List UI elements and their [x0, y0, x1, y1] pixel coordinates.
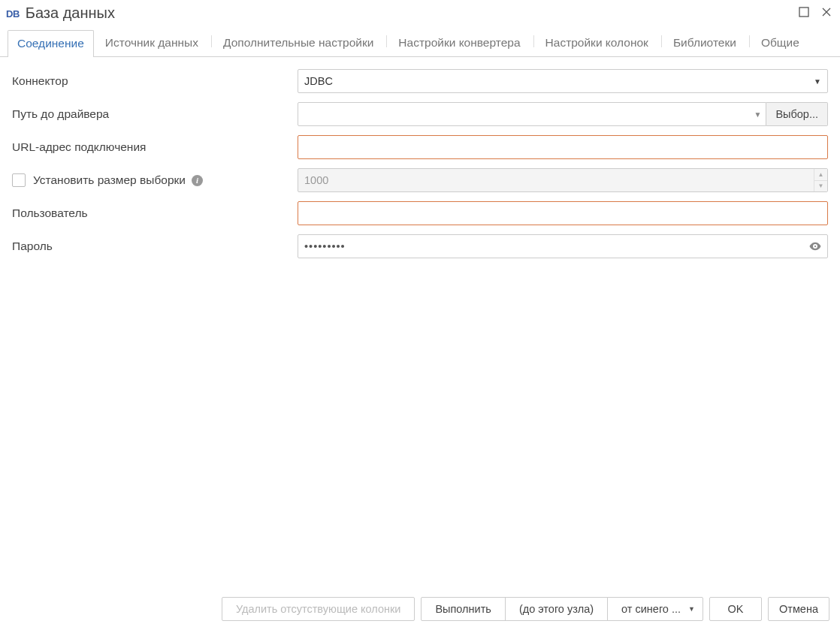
dialog-title: База данных: [26, 5, 115, 22]
label-password: Пароль: [12, 240, 298, 253]
label-connection-url: URL-адрес подключения: [12, 140, 298, 154]
tab-converter[interactable]: Настройки конвертера: [388, 29, 530, 56]
connection-url-input[interactable]: [298, 135, 828, 159]
tab-libraries[interactable]: Библиотеки: [663, 29, 746, 56]
tab-general[interactable]: Общие: [751, 29, 809, 56]
row-user: Пользователь: [12, 201, 828, 225]
execute-button-group: Выполнить (до этого узла) от синего ... …: [421, 597, 703, 621]
tab-separator: [211, 35, 212, 47]
execute-from-blue-button[interactable]: от синего ... ▼: [607, 597, 703, 621]
user-input[interactable]: [298, 201, 828, 225]
fetch-size-checkbox[interactable]: [12, 173, 26, 187]
row-driver-path: Путь до драйвера ▼ Выбор...: [12, 102, 828, 126]
tab-separator: [386, 35, 387, 47]
db-icon: DB: [6, 8, 20, 20]
row-fetch-size: Установить размер выборки i ▲ ▼: [12, 168, 828, 192]
cancel-button[interactable]: Отмена: [768, 597, 829, 621]
tab-separator: [661, 35, 662, 47]
maximize-icon[interactable]: [798, 6, 810, 18]
tab-advanced[interactable]: Дополнительные настройки: [213, 29, 383, 56]
tab-bar: Соединение Источник данных Дополнительны…: [0, 29, 840, 57]
execute-button[interactable]: Выполнить: [421, 597, 505, 621]
driver-path-input[interactable]: ▼: [298, 102, 766, 126]
tab-data-source[interactable]: Источник данных: [95, 29, 208, 56]
ok-button[interactable]: OK: [709, 597, 762, 621]
label-user: Пользователь: [12, 206, 298, 220]
spinner-up-icon[interactable]: ▲: [814, 169, 827, 181]
browse-button[interactable]: Выбор...: [766, 102, 828, 126]
close-icon[interactable]: [820, 6, 832, 18]
row-connection-url: URL-адрес подключения: [12, 135, 828, 159]
eye-icon[interactable]: [808, 240, 822, 253]
fetch-size-input: [298, 168, 828, 192]
label-fetch-size: Установить размер выборки: [33, 173, 186, 187]
spinner-buttons: ▲ ▼: [814, 169, 827, 191]
caret-down-icon: ▼: [688, 605, 695, 613]
connector-select-value: JDBC: [304, 75, 333, 87]
label-connector: Коннектор: [12, 74, 298, 88]
row-connector: Коннектор JDBC ▼: [12, 69, 828, 93]
password-input[interactable]: •••••••••: [298, 234, 828, 258]
svg-rect-0: [799, 8, 808, 17]
caret-down-icon: ▼: [814, 77, 821, 86]
caret-down-icon: ▼: [754, 110, 761, 119]
form-content: Коннектор JDBC ▼ Путь до драйвера ▼ Выбо…: [0, 57, 840, 275]
execute-to-node-button[interactable]: (до этого узла): [505, 597, 608, 621]
connector-select[interactable]: JDBC ▼: [298, 69, 828, 93]
spinner-down-icon[interactable]: ▼: [814, 181, 827, 192]
tab-columns[interactable]: Настройки колонок: [536, 29, 658, 56]
tab-separator: [749, 35, 750, 47]
label-driver-path: Путь до драйвера: [12, 107, 298, 121]
dialog-footer: Удалить отсутствующие колонки Выполнить …: [0, 591, 840, 627]
row-password: Пароль •••••••••: [12, 234, 828, 258]
dialog-header: DB База данных: [0, 0, 840, 28]
execute-from-blue-label: от синего ...: [621, 603, 681, 615]
info-icon[interactable]: i: [192, 175, 203, 186]
tab-connection[interactable]: Соединение: [8, 30, 94, 57]
window-controls: [798, 6, 832, 18]
tab-separator: [533, 35, 534, 47]
delete-missing-columns-button[interactable]: Удалить отсутствующие колонки: [222, 597, 415, 621]
